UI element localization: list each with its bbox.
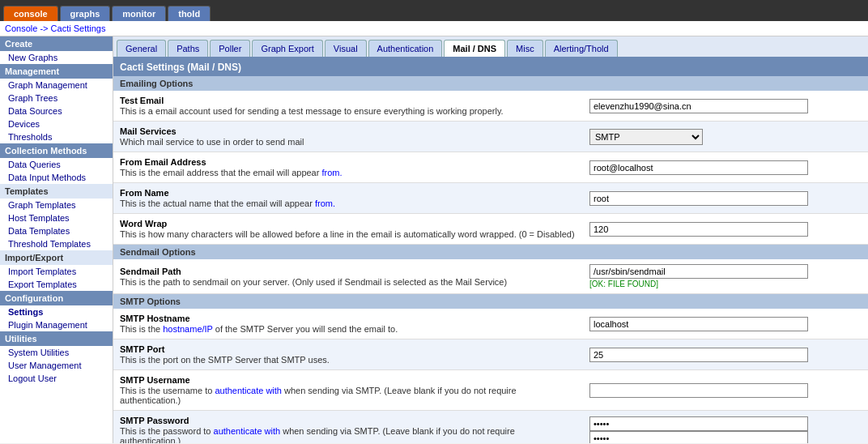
setting-row: Test EmailThis is a email account used f…: [113, 91, 868, 122]
setting-input-from-email-address[interactable]: [589, 160, 808, 175]
ok-status: [OK: FILE FOUND]: [589, 280, 862, 288]
setting-desc: This is the port on the SMTP Server that…: [120, 355, 577, 365]
setting-value: [583, 190, 868, 207]
setting-value: [583, 346, 868, 364]
settings-tab-paths[interactable]: Paths: [168, 40, 208, 57]
setting-row: SMTP PortThis is the port on the SMTP Se…: [113, 339, 868, 370]
settings-tab-general[interactable]: General: [117, 40, 166, 57]
setting-row: SMTP PasswordThis is the password to aut…: [113, 411, 868, 443]
section-header-smtp-options: SMTP Options: [113, 294, 868, 309]
setting-title: Word Wrap: [120, 219, 577, 228]
sidebar-item-system-utilities[interactable]: System Utilities: [0, 346, 113, 359]
setting-input-confirm-smtp-password[interactable]: [589, 431, 808, 444]
sidebar-subsection-templates: Templates: [0, 184, 113, 199]
setting-label: Word WrapThis is how many characters wil…: [113, 217, 583, 241]
sidebar-item-graph-management[interactable]: Graph Management: [0, 79, 113, 92]
setting-row: Word WrapThis is how many characters wil…: [113, 214, 868, 245]
setting-input-from-name[interactable]: [589, 191, 808, 206]
setting-title: Test Email: [120, 96, 577, 105]
sidebar-header-management: Management: [0, 64, 113, 79]
sidebar-item-thresholds[interactable]: Thresholds: [0, 130, 113, 143]
sidebar-item-logout-user[interactable]: Logout User: [0, 372, 113, 385]
setting-label: SMTP PortThis is the port on the SMTP Se…: [113, 343, 583, 366]
section-header-emailing-options: Emailing Options: [113, 76, 868, 91]
sidebar-item-graph-templates[interactable]: Graph Templates: [0, 199, 113, 211]
setting-label: SMTP UsernameThis is the username to aut…: [113, 374, 583, 407]
sidebar-item-data-input-methods[interactable]: Data Input Methods: [0, 171, 113, 184]
nav-tab-monitor[interactable]: monitor: [112, 6, 166, 21]
setting-input-smtp-port[interactable]: [589, 348, 808, 362]
setting-desc: This is the actual name that the email w…: [120, 199, 577, 208]
settings-tab-mail-dns[interactable]: Mail / DNS: [444, 40, 505, 57]
sidebar-header-collection-methods: Collection Methods: [0, 143, 113, 158]
settings-tab-graph-export[interactable]: Graph Export: [252, 40, 322, 57]
setting-desc: This is the password to authenticate wit…: [120, 426, 577, 443]
setting-title: Mail Services: [120, 126, 577, 136]
setting-input-smtp-password[interactable]: [589, 416, 808, 431]
setting-row: Mail ServicesWhich mail service to use i…: [113, 122, 868, 152]
sidebar-item-host-templates[interactable]: Host Templates: [0, 211, 113, 224]
setting-desc: This is the username to authenticate wit…: [120, 386, 577, 405]
setting-select-mail-services[interactable]: SMTPSendmail: [589, 129, 703, 145]
settings-tab-alerting-thold[interactable]: Alerting/Thold: [545, 40, 618, 57]
setting-label: Mail ServicesWhich mail service to use i…: [113, 125, 583, 148]
sidebar-item-data-queries[interactable]: Data Queries: [0, 158, 113, 171]
setting-label: SMTP HostnameThis is the hostname/IP of …: [113, 312, 583, 335]
nav-tab-thold[interactable]: thold: [168, 6, 211, 21]
setting-title: SMTP Password: [120, 416, 577, 425]
setting-row: Sendmail PathThis is the path to sendmai…: [113, 259, 868, 294]
setting-title: SMTP Port: [120, 344, 577, 354]
nav-tab-console[interactable]: console: [3, 6, 58, 21]
setting-row: From Email AddressThis is the email addr…: [113, 152, 868, 183]
settings-tab-misc[interactable]: Misc: [507, 40, 543, 57]
settings-tab-visual[interactable]: Visual: [325, 40, 367, 57]
setting-title: Sendmail Path: [120, 267, 577, 276]
setting-input-word-wrap[interactable]: [589, 222, 808, 237]
sidebar-item-data-sources[interactable]: Data Sources: [0, 105, 113, 117]
setting-desc: This is a email account used for sending…: [120, 106, 577, 116]
setting-row: SMTP UsernameThis is the username to aut…: [113, 370, 868, 411]
sidebar-item-devices[interactable]: Devices: [0, 117, 113, 130]
sidebar-item-import-templates[interactable]: Import Templates: [0, 265, 113, 278]
settings-tab-authentication[interactable]: Authentication: [368, 40, 443, 57]
setting-label: From NameThis is the actual name that th…: [113, 186, 583, 210]
setting-input-smtp-username[interactable]: [589, 383, 808, 398]
sidebar-item-settings[interactable]: Settings: [0, 305, 113, 318]
setting-input-test-email[interactable]: [589, 99, 808, 113]
setting-value: [OK: FILE FOUND]: [583, 263, 868, 290]
setting-value: [583, 415, 868, 444]
nav-tab-graphs[interactable]: graphs: [60, 6, 111, 21]
sidebar-header-configuration: Configuration: [0, 291, 113, 305]
sidebar-item-graph-trees[interactable]: Graph Trees: [0, 92, 113, 105]
setting-row: From NameThis is the actual name that th…: [113, 183, 868, 214]
setting-row: SMTP HostnameThis is the hostname/IP of …: [113, 309, 868, 339]
sidebar: CreateNew GraphsManagementGraph Manageme…: [0, 36, 113, 443]
sidebar-item-data-templates[interactable]: Data Templates: [0, 224, 113, 237]
setting-value: [583, 159, 868, 177]
sidebar-header-utilities: Utilities: [0, 331, 113, 346]
setting-title: From Name: [120, 188, 577, 198]
setting-input-smtp-hostname[interactable]: [589, 317, 808, 331]
setting-title: SMTP Hostname: [120, 314, 577, 323]
sidebar-header-create: Create: [0, 36, 113, 51]
breadcrumb-console[interactable]: Console: [5, 23, 37, 33]
setting-desc: This is the email address that the email…: [120, 168, 577, 177]
setting-title: SMTP Username: [120, 375, 577, 385]
setting-desc: This is how many characters will be allo…: [120, 229, 577, 239]
setting-value: [583, 382, 868, 399]
setting-input-sendmail-path[interactable]: [589, 264, 808, 279]
setting-desc: Which mail service to use in order to se…: [120, 137, 577, 147]
settings-tab-poller[interactable]: Poller: [210, 40, 250, 57]
sidebar-subsection-import/export: Import/Export: [0, 250, 113, 265]
sidebar-item-plugin-management[interactable]: Plugin Management: [0, 318, 113, 331]
setting-value: [583, 97, 868, 115]
breadcrumb-current: Cacti Settings: [51, 23, 106, 33]
setting-desc: This is the path to sendmail on your ser…: [120, 277, 577, 287]
sidebar-item-export-templates[interactable]: Export Templates: [0, 278, 113, 291]
sidebar-item-user-management[interactable]: User Management: [0, 359, 113, 372]
setting-label: Test EmailThis is a email account used f…: [113, 94, 583, 117]
setting-label: Sendmail PathThis is the path to sendmai…: [113, 265, 583, 288]
sidebar-item-threshold-templates[interactable]: Threshold Templates: [0, 237, 113, 250]
sidebar-item-new-graphs[interactable]: New Graphs: [0, 51, 113, 64]
settings-title: Cacti Settings (Mail / DNS): [113, 58, 868, 76]
